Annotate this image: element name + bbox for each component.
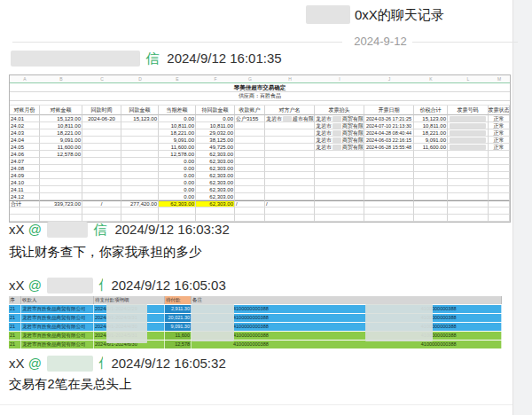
table-cell [82,151,121,158]
table-cell [489,208,510,215]
table-cell [315,158,364,165]
table-cell: 10,811.00 [159,122,196,129]
table-cell: 龙岩市商贸有限公司 [315,122,364,129]
table-cell [265,172,315,179]
table-cell [10,208,40,215]
table-cell: 24.01 [10,115,40,122]
table-cell [82,179,121,186]
spreadsheet-screenshot-1[interactable]: ABCDEFGHIJKLM 琴美佳超市交易确定 供应商：百胜食品 对账月份对账金… [9,74,511,223]
table-cell [82,208,121,215]
table-cell: 62,303.00 [196,172,235,179]
column-letter: K [414,75,448,82]
table-cell [40,158,82,165]
table-cell: 龙岩市百胜食品商贸有限公司 [21,323,94,331]
table-cell: 21 [9,305,21,313]
mention-at: @ [28,222,42,237]
table-row: 24.070.0062,303.00 [10,158,510,165]
redaction-patch [106,304,147,343]
table-cell: 24.12 [10,193,40,200]
spreadsheet-screenshot-2[interactable]: 序收款人待支付款项明细待付款备注 21龙岩市百胜食品商贸有限公司2024/1/1… [9,296,502,348]
sender-prefix: xX [9,222,25,237]
table-cell: 10,811.00 [414,122,448,129]
table-cell [235,122,265,129]
table-cell: 0.00 [159,115,196,122]
table-cell [40,165,82,172]
table-cell [121,193,159,200]
table-header-row: 序收款人待支付款项明细待付款备注 [9,296,502,304]
table-cell: 18,221.00 [40,129,82,137]
table-cell [489,193,510,200]
table-cell: 2024-06-03 22:16:15 [364,137,414,144]
column-letter-strip: ABCDEFGHIJKLM [10,75,510,83]
table-cell: 龙岩市商贸有限公司 [315,137,364,144]
table-cell [265,193,315,200]
table-cell [448,137,489,144]
table-cell: 11,600.00 [40,144,82,151]
table-cell: 24.06 [10,151,40,158]
empty-row [10,215,510,222]
table-cell: 15,123.00 [40,115,82,122]
sender-name-suffix: 信 [98,277,103,294]
date-divider: 2024-9-12 [348,35,412,48]
table-cell [121,129,159,137]
table-row: 合计339,723.00/277,420.0062,303.0062,303.0… [10,200,510,208]
table-cell [364,186,414,193]
table-cell: 龙岩市商贸有限公司 [315,144,364,151]
table-cell: / [82,200,121,208]
table-cell [448,193,489,200]
table-cell: 2,911.30 [165,305,192,313]
table-cell: 62,303.00 [159,200,196,208]
table-cell: 2024-04-28 08:40:44 [364,129,414,137]
table-cell [265,122,315,129]
table-cell [82,129,121,137]
table-cell: 18,221.00 [159,129,196,137]
table-cell [315,200,364,208]
table-cell [40,208,82,215]
table-cell [489,172,510,179]
table-cell [121,215,159,222]
table-cell: 41000000003884100000000388 [192,332,502,340]
table-cell [364,215,414,222]
table-cell: 龙岩市百胜食品商贸有限公司 [21,305,94,313]
table-cell: 24.10 [10,179,40,186]
table-cell [82,122,121,129]
table-cell [159,215,196,222]
redaction-patch [192,304,234,341]
table-row: 24.100.0062,303.00 [10,179,510,186]
table-cell: 24.08 [10,165,40,172]
column-letter: A [10,75,40,82]
table-row: 24.049,091.009,091.0038,125.00龙岩市商贸有限公司2… [10,137,510,144]
table-row: 24.0612,578.0012,578.0062,303.00 [10,151,510,158]
table-cell: 合计 [10,200,40,208]
chat-title: 0xX的聊天记录 [355,7,444,24]
column-header: 回款金额 [121,106,159,115]
sender-name-suffix: 信 [93,222,106,237]
table-cell: 24.04 [10,137,40,144]
table-cell: 正常 [489,144,510,151]
mention-at: @ [28,356,42,371]
scrollbar-track[interactable] [512,0,532,415]
column-header: 对方户名 [265,106,315,115]
table-cell: 49,725.00 [196,144,235,151]
table-cell: 24.07 [10,158,40,165]
table-cell: 2024-06-20 [82,115,121,122]
table-cell: 15,123.00 [414,115,448,122]
column-letter: G [235,75,265,82]
divider [0,404,512,405]
column-letter: M [489,75,510,82]
table-cell: 龙岩市商贸有限公司 [315,129,364,137]
table-cell: 24.03 [10,129,40,137]
table-cell [265,129,315,137]
table-cell: 21 [9,332,21,340]
table-cell [448,172,489,179]
table-cell [448,215,489,222]
table-cell [235,172,265,179]
column-letter: F [196,75,235,82]
column-letter: B [40,75,82,82]
table-cell: 18,221.00 [414,129,448,137]
table-cell [364,172,414,179]
table-cell [414,179,448,186]
table-row: 24.0115,123.002024-06-2015,123.000.000.0… [10,115,510,122]
table-cell [121,186,159,193]
table-cell [315,193,364,200]
